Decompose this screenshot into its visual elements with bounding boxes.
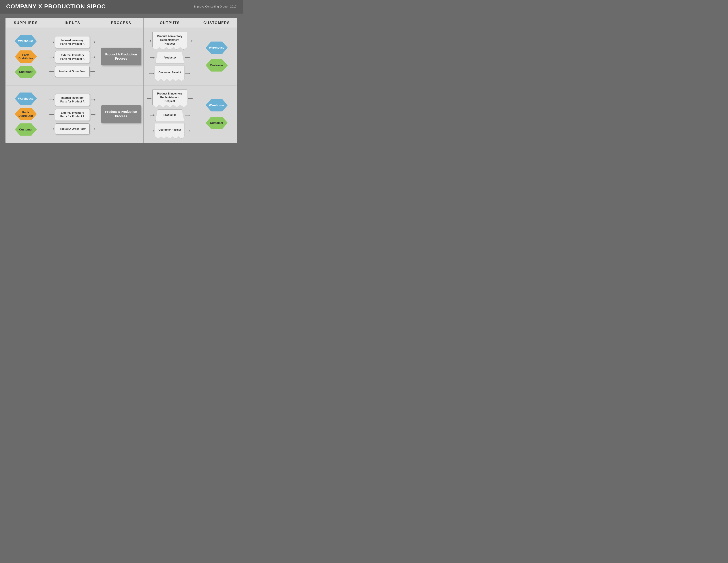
input-item-a3: Product A Order Form [49,66,96,77]
arrow-out-a2 [150,57,155,58]
process-cell-a: Product A Production Process [99,28,144,85]
input-item-b1: Internal Inventory Parts for Product A [49,94,96,106]
inputs-cell-a: Internal Inventory Parts for Product A E… [46,28,99,85]
arrow-b1 [49,99,54,101]
suppliers-group-a: Warehouse Parts Distributor Customer [15,35,37,78]
sipoc-body: Warehouse Parts Distributor Customer Int… [6,28,237,143]
input-doc-b2: External Inventory Parts for Product A [55,109,90,121]
col-header-outputs: OUTPUTS [144,18,196,28]
customer-warehouse-a: Warehouse [206,41,228,54]
arrow-out-a3 [149,72,154,74]
output-item-b2: Product B [149,109,191,121]
customer-customer-b: Customer [206,117,228,129]
outputs-group-b: Product B Inventory Replenishment Reques… [146,89,194,138]
input-item-a2: External Inventory Parts for Product A [49,51,96,63]
arrow-out-b2-r [185,114,190,116]
arrow-b3-out [90,128,95,130]
output-item-a2: Product A [149,52,191,63]
arrow-out-b3 [149,130,154,132]
col-header-suppliers: SUPPLIERS [6,18,46,28]
supplier-warehouse-a: Warehouse [15,35,37,47]
supplier-parts-dist-b: Parts Distributor [15,108,37,120]
arrow-out-a2-r [185,57,190,58]
customers-group-b: Warehouse Customer [206,99,228,129]
col-header-customers: CUSTOMERS [196,18,237,28]
header: COMPANY X PRODUCTION SIPOC Improve Consu… [0,0,243,13]
input-item-b2: External Inventory Parts for Product A [49,109,96,121]
arrow-out-a1 [147,40,152,42]
suppliers-cell-a: Warehouse Parts Distributor Customer [6,28,46,85]
output-item-a3: Customer Receipt [148,66,191,81]
arrow-out-b1-r [188,98,193,99]
supplier-parts-dist-a: Parts Distributor [15,50,37,63]
sipoc-row-a: Warehouse Parts Distributor Customer Int… [6,28,237,85]
output-doc-a2: Product A [156,52,184,63]
output-item-b3: Customer Receipt [148,123,191,139]
arrow-out-a3-r [185,72,190,74]
header-subtitle: Improve Consulting Group - 2017 [194,5,236,8]
arrow-b1-out [91,99,96,101]
outputs-cell-b: Product B Inventory Replenishment Reques… [144,85,196,142]
input-item-a1: Internal Inventory Parts for Product A [49,36,96,49]
output-doc-a1: Product A Inventory Replenishment Reques… [152,32,187,50]
customers-cell-a: Warehouse Customer [196,28,237,85]
suppliers-group-b: Warehouse Parts Distributor Customer [15,92,37,136]
arrow-out-a1-r [188,40,193,42]
output-item-a1: Product A Inventory Replenishment Reques… [146,32,194,50]
customers-group-a: Warehouse Customer [206,41,228,71]
output-doc-b3: Customer Receipt [155,123,184,139]
process-box-b: Product B Production Process [101,105,141,123]
arrow-out-b2 [150,114,155,116]
process-cell-b: Product B Production Process [99,85,144,142]
output-doc-b2: Product B [156,109,184,121]
inputs-group-b: Internal Inventory Parts for Product A E… [49,94,96,134]
supplier-customer-b: Customer [15,123,37,136]
col-header-process: PROCESS [99,18,144,28]
input-item-b3: Product A Order Form [49,123,96,134]
outputs-cell-a: Product A Inventory Replenishment Reques… [144,28,196,85]
main-content: SUPPLIERS INPUTS PROCESS OUTPUTS CUSTOME… [0,13,243,147]
output-doc-b1: Product B Inventory Replenishment Reques… [152,89,187,107]
input-doc-a3: Product A Order Form [55,66,90,77]
outputs-group-a: Product A Inventory Replenishment Reques… [146,32,194,81]
sipoc-table: SUPPLIERS INPUTS PROCESS OUTPUTS CUSTOME… [5,18,237,143]
col-header-inputs: INPUTS [46,18,99,28]
input-doc-b1: Internal Inventory Parts for Product A [55,94,90,106]
output-item-b1: Product B Inventory Replenishment Reques… [146,89,194,107]
arrow-out-b1 [147,98,152,99]
arrow-b2-out [91,114,96,115]
input-doc-a1: Internal Inventory Parts for Product A [55,36,90,49]
suppliers-cell-b: Warehouse Parts Distributor Customer [6,85,46,142]
arrow-a1 [49,41,54,43]
inputs-group-a: Internal Inventory Parts for Product A E… [49,36,96,77]
customer-warehouse-b: Warehouse [206,99,228,111]
process-box-a: Product A Production Process [101,48,141,65]
arrow-a1-out [91,41,96,43]
input-doc-a2: External Inventory Parts for Product A [55,51,90,63]
arrow-out-b3-r [185,130,190,132]
customer-customer-a: Customer [206,59,228,71]
output-doc-a3: Customer Receipt [155,66,184,81]
arrow-b3 [49,128,54,130]
arrow-a2-out [91,56,96,58]
page-title: COMPANY X PRODUCTION SIPOC [6,3,106,10]
arrow-b2 [49,114,54,115]
inputs-cell-b: Internal Inventory Parts for Product A E… [46,85,99,142]
supplier-warehouse-b: Warehouse [15,92,37,105]
arrow-a3-out [90,71,95,72]
customers-cell-b: Warehouse Customer [196,85,237,142]
supplier-customer-a: Customer [15,66,37,78]
sipoc-headers: SUPPLIERS INPUTS PROCESS OUTPUTS CUSTOME… [6,18,237,28]
arrow-a2 [49,56,54,58]
arrow-a3 [49,71,54,72]
sipoc-row-b: Warehouse Parts Distributor Customer Int… [6,85,237,142]
input-doc-b3: Product A Order Form [55,123,90,134]
